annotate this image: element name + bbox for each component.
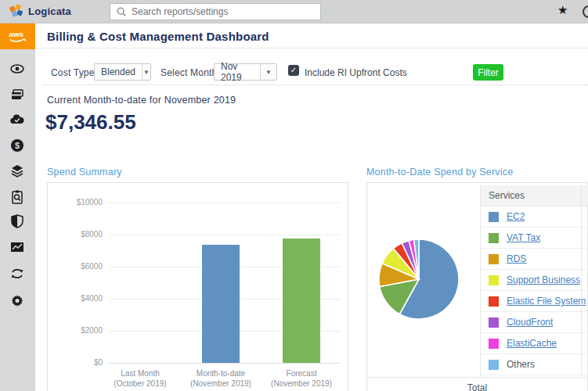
service-link-elastic-file-system[interactable]: Elastic File System xyxy=(507,296,586,307)
legend-swatch xyxy=(489,339,499,349)
bar-1[interactable] xyxy=(202,245,240,363)
page-header: Billing & Cost Management Dashboard xyxy=(35,23,588,48)
separator xyxy=(43,84,588,85)
gridline xyxy=(109,235,340,235)
search-icon xyxy=(116,6,127,17)
favorite-star-icon[interactable]: ★ xyxy=(557,3,568,17)
shield-icon[interactable] xyxy=(9,213,25,229)
month-dropdown[interactable]: Nov 2019 ▼ xyxy=(214,63,277,81)
search-bar[interactable] xyxy=(110,3,321,20)
chevron-down-icon: ▼ xyxy=(142,64,150,80)
service-row: CloudFront xyxy=(481,312,588,333)
service-row: Others xyxy=(481,354,588,375)
ri-upfront-checkbox[interactable]: ✓ xyxy=(288,65,299,76)
chart-icon[interactable] xyxy=(9,239,25,255)
legend-swatch xyxy=(489,212,499,222)
top-bar: Logicata ★ xyxy=(0,0,588,23)
service-link-support-business[interactable]: Support Business xyxy=(507,274,580,285)
page-title: Billing & Cost Management Dashboard xyxy=(47,30,269,43)
spend-summary-chart: $10000$8000$6000$4000$2000$0Last Month(O… xyxy=(47,182,348,391)
service-pie-chart[interactable] xyxy=(372,235,466,329)
service-row: Support Business xyxy=(481,270,588,291)
service-link-ec2[interactable]: EC2 xyxy=(507,211,525,222)
payment-cards-icon[interactable] xyxy=(9,87,25,102)
cost-type-value: Blended xyxy=(95,66,142,77)
clock-icon[interactable] xyxy=(583,5,588,18)
svg-text:aws: aws xyxy=(9,30,23,38)
legend-swatch xyxy=(489,254,499,264)
service-spend-panel: Services EC2VAT TaxRDSSupport BusinessEl… xyxy=(366,182,588,391)
table-column-border xyxy=(581,185,582,375)
service-link-others: Others xyxy=(507,359,535,370)
ri-upfront-label: Include RI Upfront Costs xyxy=(305,67,407,78)
gridline xyxy=(109,203,340,203)
y-axis-tick: $10000 xyxy=(48,198,103,206)
chevron-down-icon: ▼ xyxy=(260,64,276,80)
search-input[interactable] xyxy=(132,6,315,17)
y-axis-tick: $4000 xyxy=(48,294,103,303)
aws-logo[interactable]: aws xyxy=(0,23,35,49)
month-value: Nov 2019 xyxy=(215,61,260,83)
legend-swatch xyxy=(489,360,499,370)
filter-button[interactable]: Filter xyxy=(473,64,503,81)
refresh-icon[interactable] xyxy=(9,266,25,282)
legend-swatch xyxy=(489,275,499,285)
clipboard-search-icon[interactable] xyxy=(9,189,25,205)
service-row: RDS xyxy=(481,249,588,270)
main-content: Billing & Cost Management Dashboard Cost… xyxy=(35,23,588,391)
y-axis-tick: $8000 xyxy=(48,230,103,239)
service-row: ElastiCache xyxy=(481,333,588,354)
cost-type-dropdown[interactable]: Blended ▼ xyxy=(94,63,151,81)
logicata-pinwheel-icon xyxy=(9,4,23,18)
sidebar: aws $ xyxy=(0,23,35,391)
service-link-rds[interactable]: RDS xyxy=(507,253,526,264)
legend-swatch xyxy=(489,296,499,307)
legend-swatch xyxy=(489,317,499,328)
services-header: Services xyxy=(481,185,588,206)
service-row: Elastic File System xyxy=(481,291,588,312)
y-axis-tick: $0 xyxy=(48,358,103,367)
services-table: Services EC2VAT TaxRDSSupport BusinessEl… xyxy=(480,185,588,375)
logicata-logo: Logicata xyxy=(9,4,71,18)
bar-2[interactable] xyxy=(283,239,320,363)
service-spend-title: Month-to-Date Spend by Service xyxy=(366,167,513,178)
eye-icon[interactable] xyxy=(9,61,25,77)
layers-icon[interactable] xyxy=(9,163,25,179)
spend-summary-title: Spend Summary xyxy=(47,167,122,178)
gridline xyxy=(109,363,340,364)
checkmark-icon: ✓ xyxy=(290,66,297,74)
dollar-icon[interactable]: $ xyxy=(9,138,25,153)
service-row: EC2 xyxy=(481,206,588,228)
gear-icon[interactable] xyxy=(9,292,25,308)
y-axis-tick: $2000 xyxy=(48,326,103,335)
legend-swatch xyxy=(489,233,499,243)
cloud-check-icon[interactable] xyxy=(9,112,25,127)
service-link-cloudfront[interactable]: CloudFront xyxy=(507,317,553,328)
total-row: Total xyxy=(367,377,587,391)
brand-name: Logicata xyxy=(28,5,71,17)
y-axis-tick: $6000 xyxy=(48,262,103,271)
select-month-label: Select Month: xyxy=(161,67,220,78)
mtd-amount: $7,346.55 xyxy=(45,110,136,135)
mtd-caption: Current Month-to-date for November 2019 xyxy=(47,95,236,106)
svg-text:$: $ xyxy=(15,141,20,150)
cost-type-label: Cost Type: xyxy=(51,67,97,78)
service-link-vat-tax[interactable]: VAT Tax xyxy=(507,232,540,243)
service-link-elasticache[interactable]: ElastiCache xyxy=(507,338,557,349)
service-row: VAT Tax xyxy=(481,228,588,249)
x-axis-label: Forecast(November 2019) xyxy=(251,368,352,389)
